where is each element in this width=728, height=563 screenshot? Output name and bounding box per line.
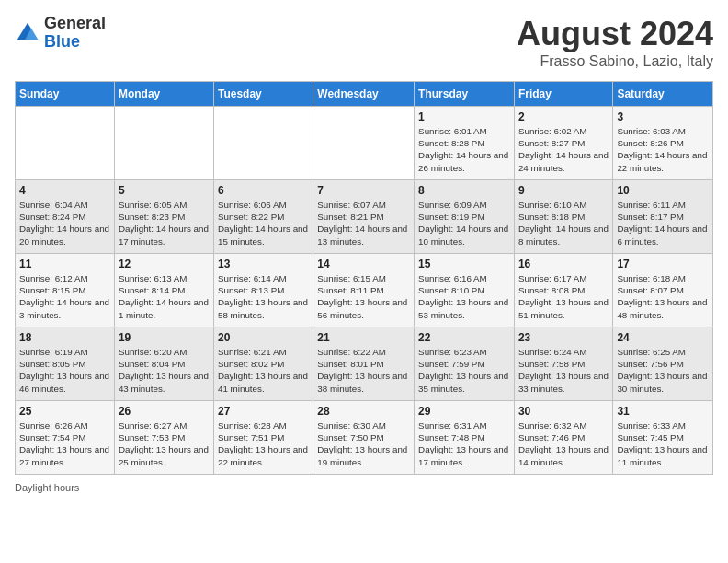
calendar-cell: 31Sunrise: 6:33 AM Sunset: 7:45 PM Dayli…	[613, 401, 713, 475]
day-info: Sunrise: 6:22 AM Sunset: 8:01 PM Dayligh…	[317, 346, 410, 395]
day-info: Sunrise: 6:21 AM Sunset: 8:02 PM Dayligh…	[218, 346, 309, 395]
day-number: 6	[218, 184, 309, 197]
day-number: 13	[218, 258, 309, 270]
calendar-table: SundayMondayTuesdayWednesdayThursdayFrid…	[15, 81, 713, 475]
day-number: 9	[518, 184, 609, 197]
calendar-cell: 25Sunrise: 6:26 AM Sunset: 7:54 PM Dayli…	[16, 401, 115, 475]
day-number: 17	[617, 258, 709, 270]
logo-general-text: General	[44, 15, 106, 33]
calendar-cell: 21Sunrise: 6:22 AM Sunset: 8:01 PM Dayli…	[313, 327, 415, 401]
weekday-header-row: SundayMondayTuesdayWednesdayThursdayFrid…	[16, 82, 713, 107]
day-number: 11	[19, 258, 110, 270]
calendar-cell: 23Sunrise: 6:24 AM Sunset: 7:58 PM Dayli…	[514, 327, 612, 401]
calendar-cell: 2Sunrise: 6:02 AM Sunset: 8:27 PM Daylig…	[514, 107, 612, 180]
day-info: Sunrise: 6:07 AM Sunset: 8:21 PM Dayligh…	[317, 199, 410, 247]
daylight-label: Daylight hours	[15, 482, 79, 493]
calendar-cell: 26Sunrise: 6:27 AM Sunset: 7:53 PM Dayli…	[114, 401, 213, 475]
day-info: Sunrise: 6:10 AM Sunset: 8:18 PM Dayligh…	[518, 199, 609, 247]
calendar-cell: 18Sunrise: 6:19 AM Sunset: 8:05 PM Dayli…	[16, 327, 115, 401]
weekday-header: Thursday	[415, 82, 515, 107]
calendar-cell: 22Sunrise: 6:23 AM Sunset: 7:59 PM Dayli…	[415, 327, 515, 401]
calendar-cell: 30Sunrise: 6:32 AM Sunset: 7:46 PM Dayli…	[514, 401, 612, 475]
day-info: Sunrise: 6:23 AM Sunset: 7:59 PM Dayligh…	[418, 346, 510, 395]
day-number: 1	[418, 110, 510, 123]
calendar-cell: 12Sunrise: 6:13 AM Sunset: 8:14 PM Dayli…	[114, 254, 213, 327]
calendar-cell: 11Sunrise: 6:12 AM Sunset: 8:15 PM Dayli…	[16, 254, 115, 327]
weekday-header: Tuesday	[213, 82, 313, 107]
calendar-cell: 5Sunrise: 6:05 AM Sunset: 8:23 PM Daylig…	[114, 180, 213, 254]
calendar-cell	[213, 107, 313, 180]
day-number: 14	[317, 258, 410, 270]
calendar-cell: 1Sunrise: 6:01 AM Sunset: 8:28 PM Daylig…	[415, 107, 515, 180]
day-info: Sunrise: 6:14 AM Sunset: 8:13 PM Dayligh…	[218, 272, 309, 321]
day-info: Sunrise: 6:16 AM Sunset: 8:10 PM Dayligh…	[418, 272, 510, 321]
calendar-cell	[114, 107, 213, 180]
weekday-header: Sunday	[16, 82, 115, 107]
day-number: 3	[617, 110, 709, 123]
day-number: 24	[617, 331, 709, 344]
footer-note: Daylight hours	[15, 482, 713, 493]
calendar-cell: 10Sunrise: 6:11 AM Sunset: 8:17 PM Dayli…	[613, 180, 713, 254]
day-info: Sunrise: 6:05 AM Sunset: 8:23 PM Dayligh…	[119, 199, 210, 247]
day-info: Sunrise: 6:20 AM Sunset: 8:04 PM Dayligh…	[119, 346, 210, 395]
day-info: Sunrise: 6:33 AM Sunset: 7:45 PM Dayligh…	[617, 419, 709, 468]
calendar-cell: 15Sunrise: 6:16 AM Sunset: 8:10 PM Dayli…	[415, 254, 515, 327]
calendar-cell: 9Sunrise: 6:10 AM Sunset: 8:18 PM Daylig…	[514, 180, 612, 254]
day-number: 10	[617, 184, 709, 197]
calendar-cell: 6Sunrise: 6:06 AM Sunset: 8:22 PM Daylig…	[213, 180, 313, 254]
day-info: Sunrise: 6:19 AM Sunset: 8:05 PM Dayligh…	[19, 346, 110, 395]
calendar-cell: 13Sunrise: 6:14 AM Sunset: 8:13 PM Dayli…	[213, 254, 313, 327]
day-info: Sunrise: 6:02 AM Sunset: 8:27 PM Dayligh…	[518, 125, 609, 174]
calendar-week-row: 11Sunrise: 6:12 AM Sunset: 8:15 PM Dayli…	[16, 254, 713, 327]
calendar-cell: 4Sunrise: 6:04 AM Sunset: 8:24 PM Daylig…	[16, 180, 115, 254]
weekday-header: Monday	[114, 82, 213, 107]
day-info: Sunrise: 6:30 AM Sunset: 7:50 PM Dayligh…	[317, 419, 410, 468]
day-info: Sunrise: 6:26 AM Sunset: 7:54 PM Dayligh…	[19, 419, 110, 468]
calendar-cell: 27Sunrise: 6:28 AM Sunset: 7:51 PM Dayli…	[213, 401, 313, 475]
day-number: 22	[418, 331, 510, 344]
day-info: Sunrise: 6:32 AM Sunset: 7:46 PM Dayligh…	[518, 419, 609, 468]
day-number: 21	[317, 331, 410, 344]
calendar-cell: 19Sunrise: 6:20 AM Sunset: 8:04 PM Dayli…	[114, 327, 213, 401]
calendar-week-row: 25Sunrise: 6:26 AM Sunset: 7:54 PM Dayli…	[16, 401, 713, 475]
calendar-cell	[16, 107, 115, 180]
weekday-header: Wednesday	[313, 82, 415, 107]
day-info: Sunrise: 6:18 AM Sunset: 8:07 PM Dayligh…	[617, 272, 709, 321]
day-number: 4	[19, 184, 110, 197]
day-info: Sunrise: 6:06 AM Sunset: 8:22 PM Dayligh…	[218, 199, 309, 247]
day-number: 20	[218, 331, 309, 344]
day-number: 31	[617, 405, 709, 418]
day-info: Sunrise: 6:13 AM Sunset: 8:14 PM Dayligh…	[119, 272, 210, 321]
day-info: Sunrise: 6:09 AM Sunset: 8:19 PM Dayligh…	[418, 199, 510, 247]
day-number: 15	[418, 258, 510, 270]
calendar-week-row: 18Sunrise: 6:19 AM Sunset: 8:05 PM Dayli…	[16, 327, 713, 401]
day-info: Sunrise: 6:25 AM Sunset: 7:56 PM Dayligh…	[617, 346, 709, 395]
day-number: 26	[119, 405, 210, 418]
calendar-cell	[313, 107, 415, 180]
day-number: 25	[19, 405, 110, 418]
month-title: August 2024	[517, 15, 713, 53]
day-number: 16	[518, 258, 609, 270]
day-number: 23	[518, 331, 609, 344]
day-info: Sunrise: 6:27 AM Sunset: 7:53 PM Dayligh…	[119, 419, 210, 468]
day-info: Sunrise: 6:03 AM Sunset: 8:26 PM Dayligh…	[617, 125, 709, 174]
day-number: 8	[418, 184, 510, 197]
weekday-header: Saturday	[613, 82, 713, 107]
day-info: Sunrise: 6:12 AM Sunset: 8:15 PM Dayligh…	[19, 272, 110, 321]
weekday-header: Friday	[514, 82, 612, 107]
calendar-cell: 16Sunrise: 6:17 AM Sunset: 8:08 PM Dayli…	[514, 254, 612, 327]
day-info: Sunrise: 6:11 AM Sunset: 8:17 PM Dayligh…	[617, 199, 709, 247]
logo: General Blue	[15, 15, 106, 52]
page-header: General Blue August 2024 Frasso Sabino, …	[15, 15, 713, 70]
calendar-week-row: 4Sunrise: 6:04 AM Sunset: 8:24 PM Daylig…	[16, 180, 713, 254]
day-info: Sunrise: 6:28 AM Sunset: 7:51 PM Dayligh…	[218, 419, 309, 468]
logo-icon	[15, 20, 40, 46]
day-info: Sunrise: 6:17 AM Sunset: 8:08 PM Dayligh…	[518, 272, 609, 321]
day-number: 29	[418, 405, 510, 418]
calendar-cell: 14Sunrise: 6:15 AM Sunset: 8:11 PM Dayli…	[313, 254, 415, 327]
calendar-cell: 24Sunrise: 6:25 AM Sunset: 7:56 PM Dayli…	[613, 327, 713, 401]
calendar-cell: 17Sunrise: 6:18 AM Sunset: 8:07 PM Dayli…	[613, 254, 713, 327]
day-info: Sunrise: 6:04 AM Sunset: 8:24 PM Dayligh…	[19, 199, 110, 247]
calendar-week-row: 1Sunrise: 6:01 AM Sunset: 8:28 PM Daylig…	[16, 107, 713, 180]
day-number: 30	[518, 405, 609, 418]
